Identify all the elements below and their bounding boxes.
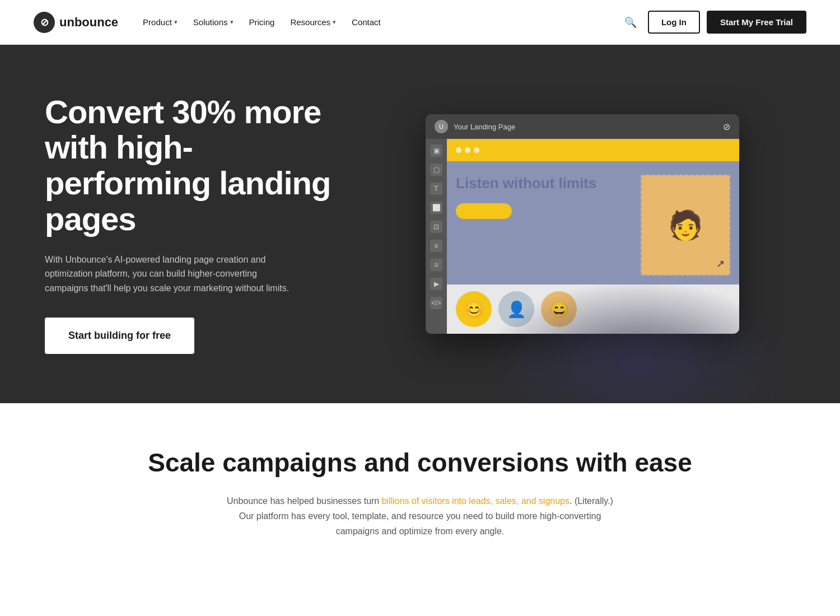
- tool-video[interactable]: ▶: [430, 278, 442, 290]
- nav-contact-label: Contact: [352, 17, 381, 27]
- nav-menu: Product ▾ Solutions ▾ Pricing Resources …: [136, 13, 388, 31]
- person-1: 😊: [456, 291, 492, 327]
- mockup-body: ▣ ▢ T ⬜ ⊡ ≡ ≡ ▶ </>: [426, 139, 739, 334]
- nav-resources-label: Resources: [290, 17, 330, 27]
- hero-subtext: With Unbounce's AI-powered landing page …: [45, 253, 302, 296]
- nav-item-product[interactable]: Product ▾: [136, 13, 184, 31]
- section2-description: Unbounce has helped businesses turn bill…: [224, 493, 616, 539]
- lp-image-area: 🧑 ↗: [641, 175, 730, 276]
- section2-link[interactable]: billions of visitors into leads, sales, …: [382, 496, 570, 506]
- hero-headline: Convert 30% more with high-performing la…: [45, 94, 336, 237]
- nav-item-resources[interactable]: Resources ▾: [283, 13, 343, 31]
- tool-text[interactable]: T: [430, 183, 442, 195]
- mockup-titlebar: U Your Landing Page ⊘: [426, 114, 739, 139]
- search-icon: 🔍: [624, 17, 637, 28]
- tool-code[interactable]: </>: [430, 297, 442, 309]
- tool-list[interactable]: ≡: [430, 240, 442, 252]
- tool-list2[interactable]: ≡: [430, 259, 442, 271]
- mockup-sidebar: ▣ ▢ T ⬜ ⊡ ≡ ≡ ▶ </>: [426, 139, 447, 334]
- lp-cta-button[interactable]: [456, 203, 512, 219]
- nav-item-solutions[interactable]: Solutions ▾: [186, 13, 240, 31]
- dot-3: [474, 147, 479, 153]
- hero-left: Convert 30% more with high-performing la…: [45, 94, 336, 354]
- unbounce-icon: ⊘: [723, 122, 730, 132]
- tool-image[interactable]: ⬜: [430, 202, 442, 214]
- chevron-down-icon: ▾: [333, 18, 336, 26]
- logo-icon: ⊘: [34, 12, 55, 33]
- person-3: 😄: [541, 291, 577, 327]
- tool-section[interactable]: ▢: [430, 164, 442, 176]
- cursor-icon: ↗: [716, 258, 725, 270]
- nav-item-contact[interactable]: Contact: [345, 13, 388, 31]
- login-button[interactable]: Log In: [648, 11, 700, 34]
- start-trial-button[interactable]: Start My Free Trial: [707, 11, 806, 34]
- logo-text: unbounce: [59, 15, 118, 30]
- section-scale: Scale campaigns and conversions with eas…: [0, 403, 840, 572]
- titlebar-left: U Your Landing Page: [435, 120, 515, 133]
- nav-product-label: Product: [143, 17, 172, 27]
- dot-2: [465, 147, 470, 153]
- person-image: 🧑: [668, 209, 703, 241]
- search-button[interactable]: 🔍: [620, 12, 641, 33]
- nav-left: ⊘ unbounce Product ▾ Solutions ▾ Pricing…: [34, 12, 388, 33]
- lp-main: Listen without limits 🧑 ↗: [447, 161, 739, 284]
- lp-text-area: Listen without limits: [456, 175, 634, 276]
- mockup-lp-content: Listen without limits 🧑 ↗ 😊 👤 😄: [447, 139, 739, 334]
- logo[interactable]: ⊘ unbounce: [34, 12, 118, 33]
- nav-item-pricing[interactable]: Pricing: [242, 13, 282, 31]
- hero-right: U Your Landing Page ⊘ ▣ ▢ T ⬜ ⊡ ≡ ≡ ▶ </…: [370, 114, 795, 334]
- lp-topbar: [447, 139, 739, 161]
- nav-right: 🔍 Log In Start My Free Trial: [620, 11, 806, 34]
- dot-1: [456, 147, 461, 153]
- navbar: ⊘ unbounce Product ▾ Solutions ▾ Pricing…: [0, 0, 840, 45]
- person-2: 👤: [498, 291, 534, 327]
- nav-solutions-label: Solutions: [193, 17, 228, 27]
- avatar: U: [435, 120, 448, 133]
- nav-pricing-label: Pricing: [249, 17, 275, 27]
- landing-page-mockup: U Your Landing Page ⊘ ▣ ▢ T ⬜ ⊡ ≡ ≡ ▶ </…: [426, 114, 739, 334]
- lp-headline: Listen without limits: [456, 175, 634, 192]
- chevron-down-icon: ▾: [174, 18, 178, 26]
- chevron-down-icon: ▾: [230, 18, 234, 26]
- hero-section: Convert 30% more with high-performing la…: [0, 45, 840, 403]
- tool-layout[interactable]: ▣: [430, 144, 442, 157]
- tool-form[interactable]: ⊡: [430, 221, 442, 233]
- start-building-button[interactable]: Start building for free: [45, 318, 194, 354]
- titlebar-title: Your Landing Page: [454, 123, 515, 131]
- lp-bottom-row: 😊 👤 😄: [447, 284, 739, 334]
- section2-title: Scale campaigns and conversions with eas…: [45, 448, 795, 478]
